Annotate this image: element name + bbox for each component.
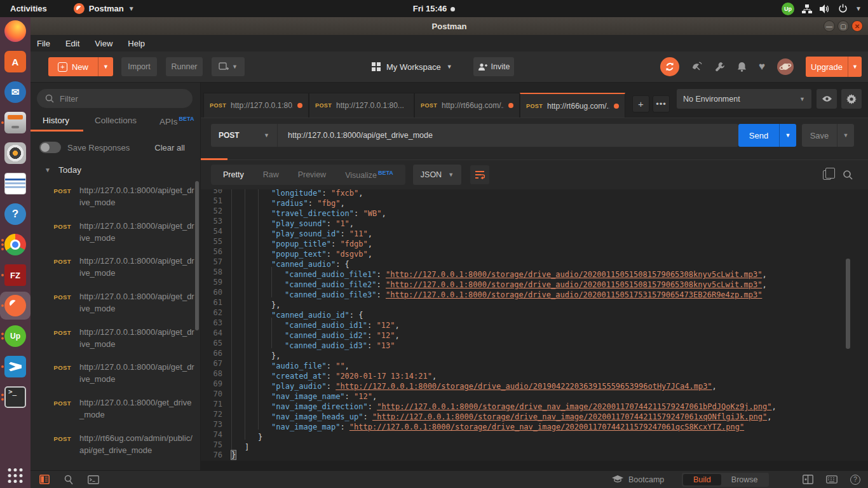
history-item[interactable]: POSThttp://127.0.0.1:8000/api/get_drive_… — [31, 285, 200, 321]
clear-all-button[interactable]: Clear all — [154, 143, 185, 152]
user-avatar[interactable] — [777, 58, 794, 75]
send-dropdown-button[interactable]: ▼ — [779, 124, 796, 147]
network-icon[interactable] — [802, 4, 812, 13]
dock-item-archive-manager[interactable] — [0, 109, 31, 137]
activities-button[interactable]: Activities — [10, 4, 47, 13]
console-icon[interactable] — [88, 475, 99, 484]
request-tab-4[interactable]: POSThttp://rt66ug.com/... — [520, 93, 625, 118]
save-button[interactable]: Save — [802, 124, 837, 147]
search-response-icon[interactable] — [843, 170, 853, 180]
filter-search[interactable] — [37, 89, 193, 108]
keyboard-shortcuts-icon[interactable] — [826, 475, 837, 484]
tab-options-button[interactable]: ••• — [653, 95, 670, 112]
two-pane-icon[interactable] — [803, 475, 813, 484]
environment-selector[interactable]: No Environment ▼ — [677, 89, 811, 109]
power-icon[interactable] — [838, 4, 848, 13]
new-button[interactable]: + New — [48, 57, 98, 76]
history-item[interactable]: POSThttp://127.0.0.1:8000/api/get_drive_… — [31, 321, 200, 356]
history-item[interactable]: POSThttp://127.0.0.1:8000/api/get_drive_… — [31, 356, 200, 391]
response-body-editor[interactable]: 50"longitude": "fxcb",51"radius": "fbg",… — [201, 189, 868, 461]
open-new-button[interactable]: ▼ — [212, 57, 245, 76]
sidebar-scrollbar[interactable] — [195, 181, 199, 330]
save-responses-toggle[interactable] — [39, 142, 61, 153]
filter-input[interactable] — [60, 94, 174, 104]
sidebar-tab-history[interactable]: History — [43, 114, 69, 132]
dock-item-upwork[interactable]: Up — [0, 322, 31, 350]
history-item[interactable]: POSThttp://127.0.0.1:8000/api/get_drive_… — [31, 250, 200, 285]
menu-file[interactable]: File — [37, 39, 50, 48]
view-tab-pretty[interactable]: Pretty — [214, 170, 254, 179]
workspace-selector[interactable]: My Workspace ▼ — [372, 62, 452, 72]
method-select[interactable]: POST ▼ — [211, 124, 278, 147]
url-field[interactable] — [278, 124, 738, 147]
dock-item-thunderbird[interactable]: ✉ — [0, 78, 31, 106]
bootcamp-button[interactable]: Bootcamp — [612, 475, 664, 484]
import-button[interactable]: Import — [121, 57, 157, 76]
dock-item-postman[interactable] — [0, 292, 31, 320]
request-tab-3[interactable]: POSThttp://rt66ug.com/... — [414, 93, 520, 118]
sync-button[interactable] — [660, 57, 679, 76]
dock-item-filezilla[interactable]: FZ — [0, 261, 31, 289]
json-link-value[interactable]: "http://127.0.0.1:8000/storage/drive_aud… — [386, 290, 762, 299]
dock-item-terminal[interactable]: >_ — [0, 383, 31, 411]
bell-icon[interactable] — [737, 62, 747, 72]
invite-button[interactable]: Invite — [473, 57, 514, 76]
request-tab-1[interactable]: POSThttp://127.0.0.1:80... — [203, 93, 309, 118]
satellite-icon[interactable] — [691, 62, 703, 72]
upwork-tray-icon[interactable]: Up — [782, 3, 794, 15]
browse-tab[interactable]: Browse — [721, 474, 768, 485]
dock-item-firefox[interactable] — [0, 17, 31, 45]
wrap-text-button[interactable] — [470, 165, 489, 184]
upgrade-dropdown-button[interactable]: ▼ — [848, 57, 862, 77]
format-select[interactable]: JSON ▼ — [413, 165, 461, 185]
sidebar-tab-collections[interactable]: Collections — [95, 114, 137, 132]
maximize-button[interactable]: ▢ — [837, 20, 849, 32]
view-tab-raw[interactable]: Raw — [254, 170, 288, 179]
settings-button[interactable] — [841, 89, 862, 109]
view-tab-preview[interactable]: Preview — [288, 170, 336, 179]
environment-preview-button[interactable] — [817, 89, 837, 109]
sidebar-tab-apis[interactable]: APIsBETA — [159, 114, 194, 132]
request-tab-2[interactable]: POSThttp://127.0.0.1:80... — [309, 93, 414, 118]
dock-item-rhythmbox[interactable] — [0, 139, 31, 167]
heart-icon[interactable]: ♥ — [759, 60, 765, 73]
save-dropdown-button[interactable]: ▼ — [837, 124, 854, 147]
request-response-divider[interactable] — [201, 152, 868, 160]
url-input[interactable] — [288, 131, 720, 140]
json-link-value[interactable]: "http://127.0.0.1:8000/storage/drive_aud… — [336, 382, 712, 391]
menu-edit[interactable]: Edit — [65, 39, 79, 48]
editor-scrollbar[interactable] — [846, 259, 850, 349]
help-icon[interactable]: ? — [850, 475, 860, 485]
volume-icon[interactable] — [820, 4, 831, 13]
dock-item-vscode[interactable] — [0, 353, 31, 381]
history-item[interactable]: POSThttp://127.0.0.1:8000/api/get_drive_… — [31, 179, 200, 215]
app-menu[interactable]: Postman ▼ — [74, 3, 135, 14]
json-link-value[interactable]: "http://127.0.0.1:8000/storage/drive_nav… — [349, 423, 744, 431]
window-title-bar[interactable]: Postman — ▢ ✕ — [31, 17, 868, 35]
dock-item-ubuntu-software[interactable]: A — [0, 48, 31, 76]
menu-help[interactable]: Help — [128, 39, 145, 48]
dock-item-libreoffice-writer[interactable] — [0, 170, 31, 198]
history-group-header[interactable]: ▼ Today — [31, 161, 200, 178]
minimize-button[interactable]: — — [824, 20, 835, 32]
runner-button[interactable]: Runner — [166, 57, 203, 76]
dock-item-help-viewer[interactable]: ? — [0, 200, 31, 228]
close-button[interactable]: ✕ — [851, 20, 863, 32]
copy-icon[interactable] — [823, 170, 831, 180]
system-tray[interactable]: Up ▼ — [782, 3, 862, 15]
history-item[interactable]: POSThttp://127.0.0.1:8000/get_drive_mode — [31, 391, 200, 427]
toggle-sidebar-icon[interactable] — [39, 475, 50, 484]
wrench-icon[interactable] — [715, 62, 725, 72]
show-applications-icon[interactable] — [8, 468, 23, 483]
dock-item-chrome[interactable] — [0, 231, 31, 259]
new-dropdown-button[interactable]: ▼ — [98, 57, 113, 76]
history-item[interactable]: POSThttp://127.0.0.1:8000/api/get_drive_… — [31, 215, 200, 250]
send-button[interactable]: Send — [738, 124, 779, 147]
find-icon[interactable] — [64, 475, 74, 485]
menu-view[interactable]: View — [95, 39, 112, 48]
view-tab-visualize[interactable]: VisualizeBETA — [336, 170, 403, 180]
upgrade-button[interactable]: Upgrade — [806, 57, 848, 77]
build-tab[interactable]: Build — [683, 474, 721, 485]
history-item[interactable]: POSThttp://rt66ug.com/admin/public/api/g… — [31, 463, 200, 471]
history-item[interactable]: POSThttp://rt66ug.com/admin/public/api/g… — [31, 427, 200, 463]
